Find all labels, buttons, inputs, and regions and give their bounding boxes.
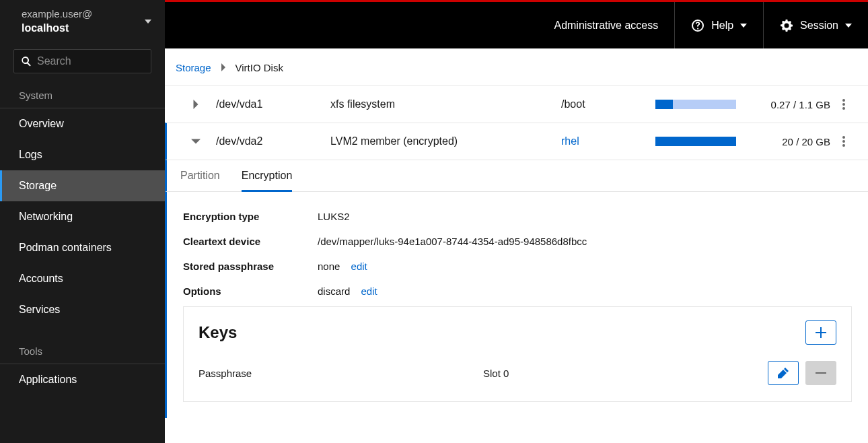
row-actions-menu[interactable] bbox=[830, 136, 857, 147]
usage-text: 0.27 / 1.1 GB bbox=[736, 99, 830, 110]
edit-key-button[interactable] bbox=[768, 361, 799, 385]
encryption-details: Encryption type LUKS2 Cleartext device /… bbox=[165, 192, 868, 418]
search-input[interactable] bbox=[37, 55, 172, 67]
svg-rect-6 bbox=[816, 372, 826, 374]
sidebar-item-logs[interactable]: Logs bbox=[0, 139, 165, 170]
hostname: localhost bbox=[22, 22, 92, 34]
sidebar: example.user@ localhost System Overview … bbox=[0, 0, 165, 443]
partition-desc: xfs filesystem bbox=[330, 98, 561, 110]
sidebar-host-selector[interactable]: example.user@ localhost bbox=[0, 0, 165, 44]
partition-row: /dev/vda2 LVM2 member (encrypted) rhel 2… bbox=[165, 123, 868, 160]
help-icon bbox=[691, 19, 704, 32]
caret-down-icon bbox=[740, 24, 747, 28]
usage-bar bbox=[655, 137, 736, 146]
key-type: Passphrase bbox=[198, 368, 483, 379]
label-stored-passphrase: Stored passphrase bbox=[183, 261, 318, 272]
section-tools: Tools bbox=[0, 339, 165, 364]
main: Administrative access Help Session Stora… bbox=[165, 0, 868, 443]
sidebar-item-services[interactable]: Services bbox=[0, 294, 165, 325]
tab-partition[interactable]: Partition bbox=[180, 160, 220, 191]
partition-device: /dev/vda2 bbox=[216, 135, 330, 147]
label-cleartext-device: Cleartext device bbox=[183, 236, 318, 247]
search-input-wrapper[interactable] bbox=[13, 49, 151, 73]
add-key-button[interactable] bbox=[805, 320, 836, 345]
sidebar-item-overview[interactable]: Overview bbox=[0, 108, 165, 139]
plus-icon bbox=[816, 327, 826, 338]
breadcrumb: Storage VirtIO Disk bbox=[165, 48, 868, 86]
partition-row: /dev/vda1 xfs filesystem /boot 0.27 / 1.… bbox=[165, 86, 868, 123]
session-label: Session bbox=[800, 20, 838, 32]
sidebar-item-podman[interactable]: Podman containers bbox=[0, 232, 165, 263]
user-at: example.user@ bbox=[22, 8, 92, 20]
svg-point-4 bbox=[842, 140, 845, 143]
sidebar-item-networking[interactable]: Networking bbox=[0, 201, 165, 232]
usage-bar bbox=[655, 100, 736, 109]
svg-point-3 bbox=[842, 136, 845, 139]
value-encryption-type: LUKS2 bbox=[318, 211, 852, 222]
administrative-access-button[interactable]: Administrative access bbox=[538, 2, 674, 48]
value-cleartext-device: /dev/mapper/luks-94e1a007-8744-4354-ad95… bbox=[318, 236, 852, 247]
chevron-right-icon bbox=[221, 62, 226, 73]
partition-device: /dev/vda1 bbox=[216, 98, 330, 110]
edit-icon bbox=[778, 368, 789, 378]
keys-card: Keys Passphrase Slot 0 bbox=[183, 306, 852, 402]
tab-encryption[interactable]: Encryption bbox=[242, 160, 293, 192]
remove-key-button[interactable] bbox=[805, 361, 836, 385]
caret-down-icon bbox=[845, 24, 852, 28]
topbar: Administrative access Help Session bbox=[165, 0, 868, 48]
tabs: Partition Encryption bbox=[165, 160, 868, 192]
minus-icon bbox=[816, 368, 826, 378]
caret-down-icon bbox=[145, 20, 151, 24]
row-actions-menu[interactable] bbox=[830, 99, 857, 110]
partition-desc: LVM2 member (encrypted) bbox=[330, 135, 561, 147]
help-label: Help bbox=[711, 20, 733, 32]
partition-mount: /boot bbox=[561, 98, 655, 110]
sidebar-item-accounts[interactable]: Accounts bbox=[0, 263, 165, 294]
edit-options-link[interactable]: edit bbox=[361, 285, 377, 297]
session-menu[interactable]: Session bbox=[763, 2, 868, 48]
gear-icon bbox=[780, 19, 793, 32]
label-options: Options bbox=[183, 285, 318, 297]
admin-label: Administrative access bbox=[554, 20, 658, 32]
expand-toggle[interactable] bbox=[176, 100, 216, 109]
breadcrumb-current: VirtIO Disk bbox=[236, 62, 283, 73]
search-icon bbox=[21, 56, 32, 67]
value-stored-passphrase: none bbox=[318, 261, 340, 272]
svg-point-5 bbox=[842, 144, 845, 147]
edit-stored-passphrase-link[interactable]: edit bbox=[351, 261, 367, 272]
svg-point-0 bbox=[842, 99, 845, 102]
label-encryption-type: Encryption type bbox=[183, 211, 318, 222]
usage-text: 20 / 20 GB bbox=[736, 136, 830, 147]
section-system: System bbox=[0, 83, 165, 108]
expand-toggle[interactable] bbox=[176, 138, 216, 145]
svg-point-2 bbox=[842, 107, 845, 110]
svg-point-1 bbox=[842, 103, 845, 106]
partition-mount-link[interactable]: rhel bbox=[561, 135, 579, 147]
content: Storage VirtIO Disk /dev/vda1 xfs filesy… bbox=[165, 48, 868, 443]
sidebar-item-storage[interactable]: Storage bbox=[0, 170, 165, 201]
keys-heading: Keys bbox=[198, 323, 237, 342]
breadcrumb-storage-link[interactable]: Storage bbox=[176, 62, 211, 73]
key-slot: Slot 0 bbox=[483, 368, 768, 379]
value-options: discard bbox=[318, 285, 350, 297]
help-menu[interactable]: Help bbox=[674, 2, 763, 48]
sidebar-item-applications[interactable]: Applications bbox=[0, 364, 165, 395]
key-row: Passphrase Slot 0 bbox=[198, 361, 836, 385]
